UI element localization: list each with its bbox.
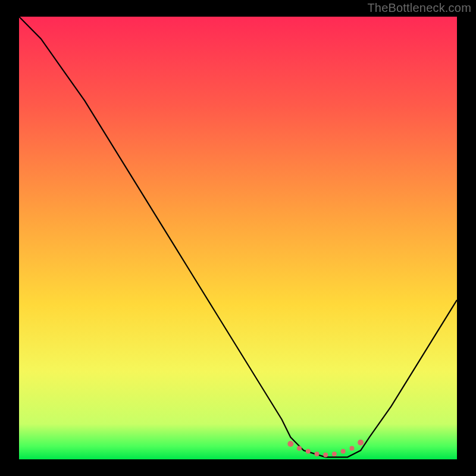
gradient-rect <box>19 17 457 459</box>
marker-dot <box>287 441 293 447</box>
marker-dot <box>306 449 311 454</box>
chart-frame: TheBottleneck.com <box>0 0 476 476</box>
marker-dot <box>323 453 328 458</box>
marker-dot <box>341 449 346 454</box>
marker-dot <box>332 452 337 456</box>
plot-area <box>19 17 457 459</box>
chart-svg <box>19 17 457 459</box>
watermark-text: TheBottleneck.com <box>367 1 471 15</box>
marker-dot <box>297 446 302 450</box>
marker-dot <box>315 452 320 456</box>
marker-dot <box>358 440 364 446</box>
marker-dot <box>349 446 354 450</box>
